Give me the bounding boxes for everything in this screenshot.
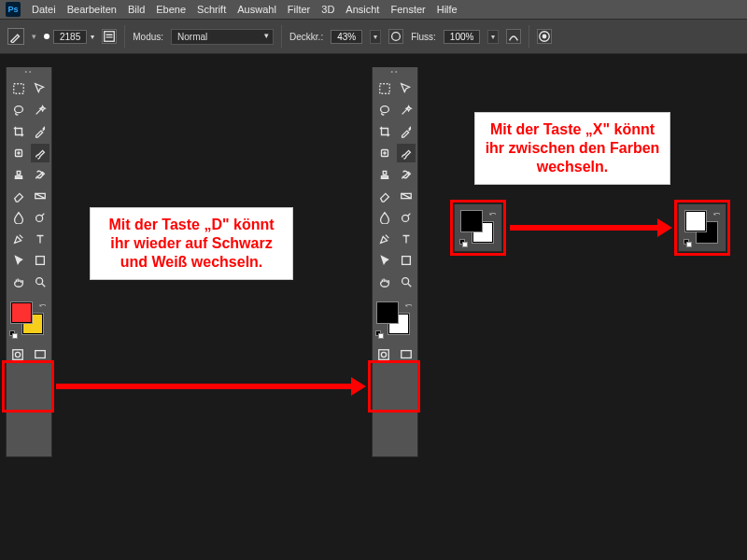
menu-item[interactable]: Datei [32, 4, 56, 15]
svg-point-12 [15, 352, 20, 357]
pen-tool-icon[interactable] [9, 230, 28, 248]
type-tool-icon[interactable] [31, 230, 49, 248]
magic-wand-tool-icon[interactable] [397, 101, 416, 119]
panel-drag-handle[interactable]: •• [7, 67, 51, 75]
eraser-tool-icon[interactable] [9, 187, 28, 205]
mode-label: Modus: [133, 32, 163, 42]
default-colors-icon[interactable] [9, 330, 19, 340]
svg-point-22 [381, 352, 386, 357]
gradient-tool-icon[interactable] [31, 187, 49, 205]
svg-point-5 [14, 106, 22, 113]
menu-item[interactable]: Ansicht [345, 4, 379, 15]
quickmask-icon[interactable] [8, 345, 27, 364]
panel-drag-handle[interactable]: •• [373, 67, 417, 75]
menu-item[interactable]: Filter [288, 4, 310, 15]
menu-item[interactable]: Ebene [156, 4, 186, 15]
svg-rect-4 [13, 84, 23, 94]
quickmask-icon[interactable] [374, 345, 393, 364]
stamp-tool-icon[interactable] [9, 165, 28, 184]
screenmode-icon[interactable] [397, 345, 416, 364]
separator [124, 25, 125, 48]
brush-dot-icon [44, 34, 49, 39]
airbrush-icon[interactable] [506, 29, 521, 44]
healing-brush-tool-icon[interactable] [375, 144, 394, 162]
annotation-arrow [510, 225, 659, 231]
toolbox-2: •• ⤺ [372, 67, 418, 457]
eyedropper-tool-icon[interactable] [31, 122, 49, 141]
menu-item[interactable]: Hilfe [437, 4, 458, 15]
eyedropper-tool-icon[interactable] [397, 122, 416, 141]
history-brush-tool-icon[interactable] [397, 165, 416, 184]
dodge-tool-icon[interactable] [31, 208, 49, 227]
tool-preset-icon[interactable] [7, 28, 24, 45]
menu-item[interactable]: Auswahl [237, 4, 276, 15]
healing-brush-tool-icon[interactable] [9, 144, 28, 162]
move-tool-icon[interactable] [397, 79, 416, 98]
hand-tool-icon[interactable] [375, 273, 394, 291]
menu-item[interactable]: 3D [321, 4, 334, 15]
move-tool-icon[interactable] [31, 79, 49, 98]
menu-item[interactable]: Bearbeiten [67, 4, 117, 15]
chevron-down-icon[interactable]: ▾ [487, 30, 499, 44]
hand-tool-icon[interactable] [9, 273, 28, 291]
default-colors-icon[interactable] [375, 330, 385, 340]
svg-rect-14 [379, 84, 389, 94]
marquee-tool-icon[interactable] [9, 79, 28, 98]
opacity-value[interactable]: 43% [331, 30, 362, 44]
magic-wand-tool-icon[interactable] [31, 101, 49, 119]
swap-colors-icon[interactable]: ⤺ [405, 301, 413, 310]
dodge-tool-icon[interactable] [397, 208, 416, 227]
svg-point-8 [35, 215, 42, 221]
path-select-tool-icon[interactable] [375, 251, 394, 270]
brush-tool-icon[interactable] [397, 144, 416, 162]
brush-preset[interactable]: 2185 ▾ [44, 30, 94, 44]
svg-point-15 [380, 106, 388, 113]
blur-tool-icon[interactable] [375, 208, 394, 227]
pressure-opacity-icon[interactable] [388, 29, 403, 44]
stamp-tool-icon[interactable] [375, 165, 394, 184]
brush-tool-icon[interactable] [31, 144, 49, 162]
menu-item[interactable]: Schrift [197, 4, 226, 15]
crop-tool-icon[interactable] [375, 122, 394, 141]
zoom-tool-icon[interactable] [31, 273, 49, 291]
chevron-down-icon[interactable]: ▾ [370, 30, 381, 44]
foreground-color-swatch [685, 211, 706, 231]
foreground-color-swatch[interactable] [377, 302, 398, 323]
lasso-tool-icon[interactable] [375, 101, 394, 119]
menu-item[interactable]: Fenster [390, 4, 425, 15]
svg-rect-21 [379, 350, 389, 360]
svg-point-3 [543, 35, 547, 38]
brush-panel-toggle-icon[interactable] [102, 29, 117, 44]
chevron-down-icon[interactable]: ▾ [91, 33, 94, 41]
foreground-color-swatch [461, 211, 482, 231]
flow-value[interactable]: 100% [444, 30, 481, 44]
pressure-size-icon[interactable] [537, 29, 552, 44]
gradient-tool-icon[interactable] [397, 187, 416, 205]
screenmode-icon[interactable] [31, 345, 49, 364]
shape-tool-icon[interactable] [31, 251, 49, 270]
pen-tool-icon[interactable] [375, 230, 394, 248]
path-select-tool-icon[interactable] [9, 251, 28, 270]
flow-label: Fluss: [411, 32, 436, 42]
chevron-down-icon[interactable]: ▾ [32, 32, 36, 41]
eraser-tool-icon[interactable] [375, 187, 394, 205]
brush-size-value[interactable]: 2185 [53, 30, 87, 44]
history-brush-tool-icon[interactable] [31, 165, 49, 184]
blur-tool-icon[interactable] [9, 208, 28, 227]
svg-rect-0 [105, 32, 115, 42]
swatch-demo-before: ⤺ [454, 203, 502, 252]
svg-point-20 [402, 278, 408, 285]
menu-item[interactable]: Bild [128, 4, 145, 15]
options-bar: ▾ 2185 ▾ Modus: Normal Deckkr.: 43% ▾ Fl… [0, 19, 747, 54]
zoom-tool-icon[interactable] [397, 273, 416, 291]
svg-rect-11 [13, 350, 23, 360]
swap-colors-icon[interactable]: ⤺ [39, 301, 47, 310]
marquee-tool-icon[interactable] [375, 79, 394, 98]
type-tool-icon[interactable] [397, 230, 416, 248]
swap-colors-icon: ⤺ [713, 209, 721, 218]
crop-tool-icon[interactable] [9, 122, 28, 141]
shape-tool-icon[interactable] [397, 251, 416, 270]
blend-mode-select[interactable]: Normal [171, 29, 274, 45]
lasso-tool-icon[interactable] [9, 101, 28, 119]
foreground-color-swatch[interactable] [11, 302, 32, 323]
